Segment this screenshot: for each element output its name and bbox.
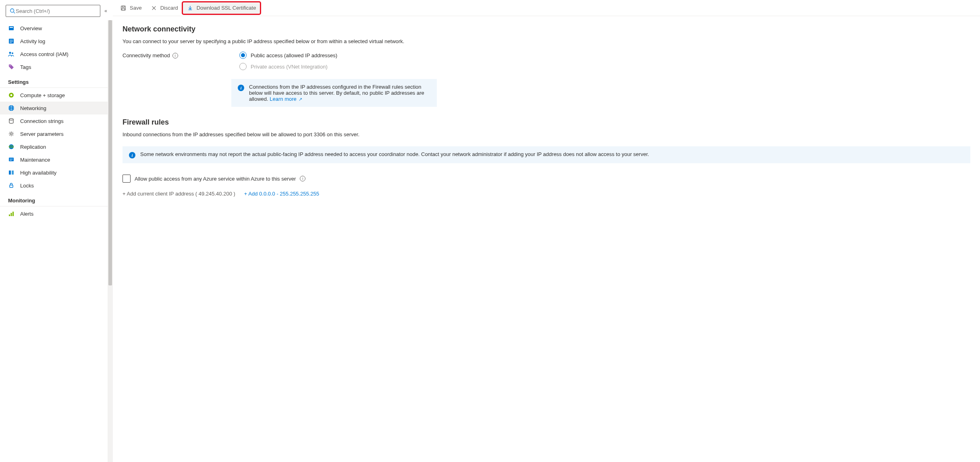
sidebar-item-label: Maintenance [20, 157, 50, 163]
gear-icon [8, 131, 15, 137]
sidebar-item-label: Networking [20, 105, 46, 111]
lock-icon [8, 182, 15, 189]
search-icon [9, 8, 16, 14]
infobox-firewall-access: i Connections from the IP addresses conf… [231, 79, 437, 107]
main-panel: Save Discard Download SSL Certificate Ne… [113, 0, 980, 462]
radio-label: Public access (allowed IP addresses) [251, 52, 337, 58]
alerts-icon [8, 210, 15, 217]
svg-point-12 [10, 94, 12, 96]
sidebar-item-label: Overview [20, 25, 42, 31]
svg-rect-30 [122, 8, 125, 10]
svg-rect-26 [11, 213, 12, 216]
tags-icon [8, 64, 15, 70]
svg-rect-5 [10, 40, 13, 40]
search-box[interactable] [6, 5, 100, 17]
iam-icon [8, 51, 15, 57]
sidebar-item-label: Compute + storage [20, 92, 65, 98]
svg-rect-6 [10, 41, 13, 42]
sidebar-item-server-parameters[interactable]: Server parameters [0, 127, 113, 140]
add-client-ip-button[interactable]: + Add current client IP address ( 49.245… [122, 191, 235, 197]
svg-rect-22 [9, 171, 11, 175]
network-connectivity-title: Network connectivity [122, 25, 970, 33]
sidebar-heading-monitoring: Monitoring [0, 194, 113, 206]
sidebar-item-label: Access control (IAM) [20, 51, 69, 57]
save-icon [120, 5, 127, 11]
info-icon: i [129, 152, 135, 158]
svg-rect-7 [10, 42, 12, 43]
svg-rect-25 [9, 214, 10, 216]
sidebar-item-connection-strings[interactable]: Connection strings [0, 114, 113, 127]
radio-icon [239, 52, 247, 59]
connection-strings-icon [8, 118, 15, 124]
scrollbar[interactable] [108, 20, 113, 462]
sidebar-item-high-availability[interactable]: High availability [0, 166, 113, 179]
sidebar-item-label: Locks [20, 183, 34, 189]
radio-private-access: Private access (VNet Integration) [239, 63, 337, 70]
sidebar-item-overview[interactable]: Overview [0, 22, 113, 35]
external-link-icon: ↗ [297, 97, 302, 102]
high-availability-icon [8, 169, 15, 176]
sidebar-heading-settings: Settings [0, 75, 113, 88]
network-connectivity-desc: You can connect to your server by specif… [122, 38, 970, 44]
compute-storage-icon [8, 92, 15, 98]
download-icon [187, 5, 193, 11]
sidebar-item-compute-storage[interactable]: Compute + storage [0, 89, 113, 102]
radio-public-access[interactable]: Public access (allowed IP addresses) [239, 52, 337, 59]
info-icon[interactable]: i [300, 176, 305, 181]
svg-rect-20 [10, 159, 13, 159]
sidebar-item-replication[interactable]: Replication [0, 140, 113, 153]
svg-rect-29 [122, 6, 124, 7]
radio-icon [239, 63, 247, 70]
sidebar-item-networking[interactable]: Networking [0, 102, 113, 114]
sidebar-item-iam[interactable]: Access control (IAM) [0, 48, 113, 60]
svg-point-10 [10, 65, 10, 66]
globe-icon [8, 144, 15, 150]
activity-log-icon [8, 38, 15, 44]
sidebar-item-label: Tags [20, 64, 31, 70]
svg-rect-27 [12, 212, 14, 216]
save-button[interactable]: Save [116, 2, 146, 14]
checkbox[interactable] [122, 175, 131, 183]
networking-icon [8, 105, 15, 111]
save-label: Save [130, 5, 142, 11]
sidebar: « Overview Activity log Access control (… [0, 0, 113, 462]
maintenance-icon [8, 156, 15, 163]
infobox-network-env: i Some network environments may not repo… [122, 146, 970, 163]
svg-rect-3 [10, 27, 13, 28]
sidebar-item-activity-log[interactable]: Activity log [0, 35, 113, 48]
svg-point-17 [10, 133, 12, 135]
svg-point-0 [10, 9, 14, 12]
collapse-sidebar-icon[interactable]: « [104, 8, 107, 14]
checkbox-label: Allow public access from any Azure servi… [135, 176, 296, 182]
sidebar-item-label: High availability [20, 170, 56, 176]
sidebar-item-maintenance[interactable]: Maintenance [0, 153, 113, 166]
discard-button[interactable]: Discard [147, 2, 182, 14]
svg-rect-2 [9, 26, 14, 30]
sidebar-item-alerts[interactable]: Alerts [0, 207, 113, 220]
sidebar-item-label: Replication [20, 144, 46, 150]
toolbar: Save Discard Download SSL Certificate [113, 0, 980, 16]
sidebar-item-label: Alerts [20, 211, 33, 217]
allow-azure-checkbox-row[interactable]: Allow public access from any Azure servi… [122, 175, 970, 183]
svg-rect-21 [10, 160, 12, 160]
add-ip-range-button[interactable]: + Add 0.0.0.0 - 255.255.255.255 [244, 191, 319, 197]
download-ssl-button[interactable]: Download SSL Certificate [183, 2, 260, 14]
content: Network connectivity You can connect to … [113, 16, 980, 209]
discard-icon [151, 5, 157, 11]
search-input[interactable] [16, 8, 97, 14]
sidebar-item-locks[interactable]: Locks [0, 179, 113, 192]
svg-point-8 [9, 52, 11, 54]
info-icon[interactable]: i [172, 53, 178, 58]
svg-line-1 [14, 12, 15, 14]
scrollbar-thumb[interactable] [108, 20, 112, 285]
firewall-rules-title: Firewall rules [122, 118, 970, 127]
firewall-rules-desc: Inbound connections from the IP addresse… [122, 131, 970, 137]
svg-rect-23 [12, 171, 14, 175]
svg-rect-19 [9, 158, 14, 161]
sidebar-item-tags[interactable]: Tags [0, 60, 113, 73]
overview-icon [8, 25, 15, 31]
sidebar-item-label: Connection strings [20, 118, 64, 124]
learn-more-link[interactable]: Learn more ↗ [270, 96, 302, 102]
discard-label: Discard [160, 5, 178, 11]
download-ssl-label: Download SSL Certificate [197, 5, 256, 11]
